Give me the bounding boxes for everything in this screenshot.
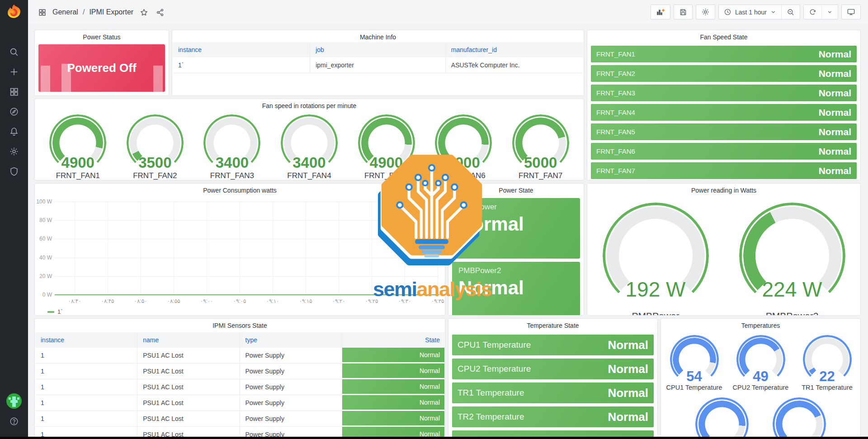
refresh-interval-caret[interactable] xyxy=(821,5,838,19)
panel-title[interactable]: Fan Speed State xyxy=(587,30,860,43)
add-icon[interactable] xyxy=(0,63,28,81)
y-axis-tick: 60 W xyxy=(35,236,52,242)
help-icon[interactable] xyxy=(0,412,28,430)
screen-bottom-edge xyxy=(0,437,868,439)
panel-title[interactable]: Temperature State xyxy=(448,319,657,331)
breadcrumb-section[interactable]: General xyxy=(52,8,78,16)
x-axis-tick: ۰۹:۳۵ xyxy=(423,298,445,304)
y-axis-tick: 80 W xyxy=(35,217,52,223)
gauge-label: FRNT_FAN4 xyxy=(287,171,331,180)
gauge: 4900 xyxy=(49,114,106,171)
temperature-state-rows: CPU1 TemperatureNormalCPU2 TemperatureNo… xyxy=(448,335,657,439)
gauge-cell: 5000FRNT_FAN6 xyxy=(425,114,502,180)
table-cell-instance: 1 xyxy=(35,395,137,411)
gauge-label: FRNT_FAN1 xyxy=(56,171,100,180)
kiosk-mode-button[interactable] xyxy=(842,5,860,19)
dashboards-icon[interactable] xyxy=(0,83,28,101)
panel-title[interactable]: Power Status xyxy=(35,30,169,43)
table-cell-name: PSU1 AC Lost xyxy=(137,363,240,379)
gridline-vertical xyxy=(141,202,141,295)
gauge-cell: 4900FRNT_FAN1 xyxy=(39,114,116,180)
gauge-cell: 55 xyxy=(763,397,835,439)
gauge-cell: 224 WPMBPower2 xyxy=(724,203,860,316)
gauge-cell: 3400FRNT_FAN4 xyxy=(271,114,348,180)
explore-compass-icon[interactable] xyxy=(0,103,28,121)
share-icon[interactable] xyxy=(154,6,166,18)
table-cell: ipmi_exporter xyxy=(310,57,446,73)
panel-title[interactable]: IPMI Sensors State xyxy=(35,319,445,331)
gridline-vertical xyxy=(306,202,306,295)
chevron-down-icon xyxy=(827,9,833,15)
state-row-label: FRNT_FAN4 xyxy=(591,109,635,116)
gauge-label: TR1 Temperature xyxy=(802,384,853,391)
y-axis-tick: 100 W xyxy=(35,198,52,205)
panel-title[interactable]: Machine Info xyxy=(172,30,584,43)
panel-power-status: Power Status Powered Off xyxy=(34,30,169,96)
alerting-bell-icon[interactable] xyxy=(0,123,28,141)
state-row: FRNT_FAN4Normal xyxy=(591,104,857,121)
column-header-manufacturer_id[interactable]: manufacturer_id xyxy=(446,42,583,57)
state-row-label: FRNT_FAN2 xyxy=(591,70,635,77)
star-icon[interactable] xyxy=(138,6,150,18)
dashboard-settings-button[interactable] xyxy=(696,5,715,19)
legend-item[interactable]: 1` xyxy=(47,308,63,315)
table-row: 1PSU1 AC LostPower SupplyNormal xyxy=(35,395,444,411)
topbar-actions: Last 1 hour xyxy=(651,5,861,19)
configuration-gear-icon[interactable] xyxy=(0,142,28,160)
refresh-button[interactable] xyxy=(804,5,821,19)
x-axis-tick: ۰۹:۱۵ xyxy=(291,298,320,304)
gridline-horizontal xyxy=(55,276,439,277)
time-range-picker[interactable]: Last 1 hour xyxy=(719,5,781,19)
state-row-label: FRNT_FAN6 xyxy=(591,147,635,155)
state-row-value: Normal xyxy=(819,49,857,60)
grafana-logo[interactable] xyxy=(5,3,23,20)
search-icon[interactable] xyxy=(0,43,28,61)
column-header-name[interactable]: name xyxy=(137,332,240,348)
x-axis-tick: ۰۹:۰۰ xyxy=(192,298,221,304)
column-header-state[interactable]: State xyxy=(342,332,444,348)
state-row-label: FRNT_FAN1 xyxy=(591,50,635,58)
column-header-instance[interactable]: instance xyxy=(35,332,137,348)
x-axis-tick: ۰۸:۵۵ xyxy=(159,298,188,304)
state-row: FRNT_FAN6Normal xyxy=(591,143,857,160)
power-status-stat: Powered Off xyxy=(38,44,165,92)
gauge-value: 5000 xyxy=(512,154,569,171)
save-dashboard-button[interactable] xyxy=(674,5,692,19)
gauge-label: FRNT_FAN6 xyxy=(441,171,485,180)
avatar[interactable] xyxy=(6,393,22,409)
column-header-job[interactable]: job xyxy=(310,42,446,57)
table-cell-instance: 1 xyxy=(35,411,137,426)
add-panel-button[interactable] xyxy=(651,5,670,19)
table-cell: ASUSTek Computer Inc. xyxy=(446,57,583,73)
table-cell-type: Power Supply xyxy=(240,363,342,379)
state-row: TR1 TemperatureNormal xyxy=(452,382,654,403)
x-axis-tick: ۰۹:۳۰ xyxy=(390,298,419,304)
column-header-type[interactable]: type xyxy=(240,332,342,348)
zoom-out-button[interactable] xyxy=(781,5,800,19)
time-series-chart[interactable]: 100 W80 W60 W40 W20 W0 W۰۸:۴۰۰۸:۴۵۰۸:۵۰۰… xyxy=(35,184,445,315)
table-cell-name: PSU1 AC Lost xyxy=(137,348,240,363)
gridline-vertical xyxy=(372,202,372,295)
gauge-label: PMBPower xyxy=(632,311,679,316)
state-row-value: Normal xyxy=(819,68,857,79)
state-row: TR2 TemperatureNormal xyxy=(452,406,654,427)
panel-title[interactable]: Power reading in Watts xyxy=(587,184,860,196)
gauge-cell: 49CPU2 Temperature xyxy=(728,335,794,391)
gauge: 5000 xyxy=(512,114,569,171)
table-cell-instance: 1 xyxy=(35,363,137,379)
panel-title[interactable]: Temperatures xyxy=(661,319,860,331)
time-range-label: Last 1 hour xyxy=(735,9,767,16)
breadcrumb-page[interactable]: IPMI Exporter xyxy=(89,8,133,16)
server-admin-shield-icon[interactable] xyxy=(0,162,28,180)
column-header-instance[interactable]: instance xyxy=(173,42,310,57)
state-row: FRNT_FAN7Normal xyxy=(591,162,857,179)
table-header-row: instancejobmanufacturer_id xyxy=(173,42,583,57)
gauge-value: 3400 xyxy=(203,154,260,171)
gauge-value: 5000 xyxy=(435,154,492,171)
fan-state-rows: FRNT_FAN1NormalFRNT_FAN2NormalFRNT_FAN3N… xyxy=(587,46,860,179)
gauge: 4900 xyxy=(358,114,415,171)
table-row: 1PSU1 AC LostPower SupplyNormal xyxy=(35,363,444,379)
panel-title[interactable]: Fan speed in rotations per minute xyxy=(35,99,584,112)
panel-fan-speed-gauges: Fan speed in rotations per minute 4900FR… xyxy=(34,99,584,180)
panel-title[interactable]: Power State xyxy=(448,184,584,196)
